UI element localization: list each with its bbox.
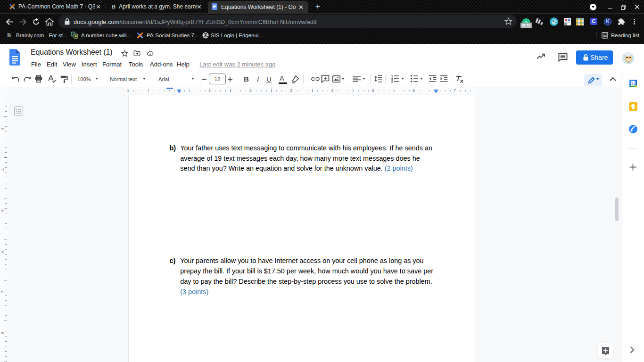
svg-text:A: A	[75, 34, 77, 38]
svg-text:31: 31	[631, 82, 636, 86]
